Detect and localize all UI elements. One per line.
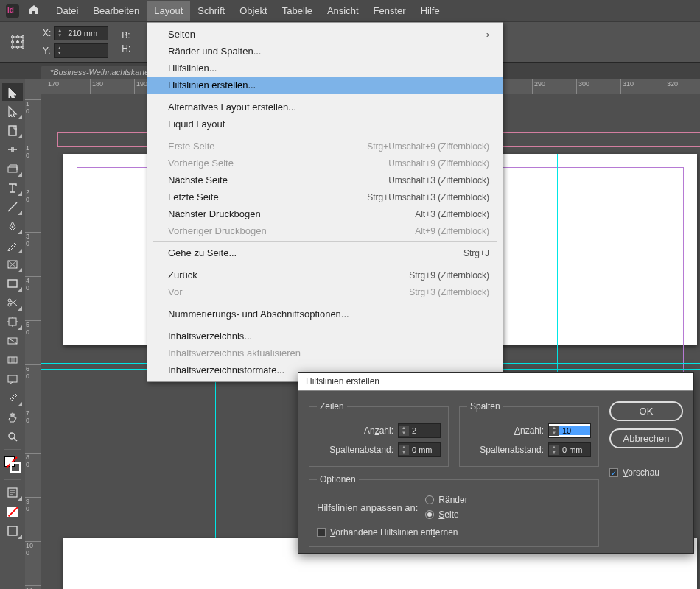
type-tool[interactable] [2,179,23,197]
svg-rect-17 [9,318,16,325]
spinner-icon[interactable]: ▲▼ [55,46,65,56]
spinner-icon[interactable]: ▲▼ [549,426,559,436]
gradient-feather-tool[interactable] [2,351,23,369]
page-tool[interactable] [2,121,23,139]
screen-mode[interactable] [2,522,23,540]
menu-datei[interactable]: Datei [49,1,85,21]
vertical-ruler[interactable]: 1 01 02 03 04 05 06 07 08 09 010 011 0 [25,94,41,589]
gap-tool[interactable] [2,141,23,158]
document-tab[interactable]: *Business-Weihnachtskarte [41,66,158,79]
rectangle-tool[interactable] [2,275,23,292]
menu-objekt[interactable]: Objekt [232,1,275,21]
menu-item[interactable]: Seiten› [147,26,503,43]
menu-item[interactable]: Hilfslinien erstellen... [147,77,503,94]
preview-checkbox[interactable]: ✓ Vorschau [609,468,683,478]
submenu-arrow-icon: › [486,29,489,40]
scissors-tool[interactable] [2,294,23,311]
cols-gutter-field[interactable]: ▲▼ [548,442,591,457]
menu-layout[interactable]: Layout [147,1,190,21]
apply-color[interactable] [2,503,23,521]
svg-point-15 [8,299,11,302]
menu-item[interactable]: Nummerierungs- und Abschnittsoptionen... [147,306,503,322]
menu-item-shortcut: Strg+Umschalt+3 (Ziffernblock) [367,192,489,202]
svg-point-21 [9,433,15,439]
y-input[interactable] [65,46,108,55]
y-field[interactable]: ▲▼ [54,43,108,58]
menu-bearbeiten[interactable]: Bearbeiten [85,1,147,21]
layout-menu-dropdown: Seiten›Ränder und Spalten...Hilfslinien.… [147,22,503,382]
ruler-tick: 170 [46,79,59,94]
menu-hilfe[interactable]: Hilfe [413,1,447,21]
options-fieldset: Optionen Hilfslinien anpassen an: Ränder… [309,474,599,547]
fit-page-radio[interactable]: Seite [425,509,467,520]
remove-existing-checkbox[interactable]: Vorhandene Hilfslinien entfernen [317,527,458,537]
menu-item-label: Hilfslinien erstellen... [168,80,256,91]
menu-item-shortcut: Alt+9 (Ziffernblock) [415,226,489,236]
pencil-tool[interactable] [2,236,23,254]
options-legend: Optionen [317,474,359,484]
content-collector-tool[interactable] [2,160,23,177]
menu-fenster[interactable]: Fenster [366,1,413,21]
rows-count-field[interactable]: ▲▼ [398,423,441,438]
menu-item-label: Nächster Druckbogen [168,208,261,219]
ruler-tick: 180 [90,79,103,94]
menu-item-label: Inhaltsverzeichnis... [168,331,252,342]
cols-gutter-label: Spaltenabstand: [480,445,544,455]
cols-count-input[interactable] [559,426,590,435]
menu-item-label: Inhaltsverzeichnisformate... [168,364,284,375]
cols-count-field[interactable]: ▲▼ [548,423,591,438]
ok-button[interactable]: OK [609,401,683,421]
cols-gutter-input[interactable] [559,445,590,454]
note-tool[interactable] [2,370,23,388]
line-tool[interactable] [2,198,23,216]
x-field[interactable]: ▲▼ [54,26,108,40]
ruler-tick: 2 0 [25,188,41,203]
hand-tool[interactable] [2,409,23,426]
zoom-tool[interactable] [2,428,23,445]
selection-tool[interactable] [2,83,23,101]
menu-item[interactable]: Nächste SeiteUmschalt+3 (Ziffernblock) [147,172,503,188]
pen-tool[interactable] [2,217,23,235]
menu-item[interactable]: Ränder und Spalten... [147,43,503,60]
menu-schrift[interactable]: Schrift [190,1,232,21]
home-icon[interactable] [28,4,40,18]
free-transform-tool[interactable] [2,313,23,331]
menu-item[interactable]: Inhaltsverzeichnis... [147,328,503,345]
menu-item-shortcut: Umschalt+3 (Ziffernblock) [388,175,489,186]
menu-item[interactable]: Letzte SeiteStrg+Umschalt+3 (Ziffernbloc… [147,188,503,205]
menu-item-label: Liquid Layout [168,119,225,130]
menu-tabelle[interactable]: Tabelle [275,1,320,21]
spinner-icon[interactable]: ▲▼ [549,445,559,455]
format-container[interactable] [2,484,23,501]
menu-item-label: Seiten [168,29,195,40]
menu-ansicht[interactable]: Ansicht [320,1,366,21]
gradient-swatch-tool[interactable] [2,332,23,350]
ruler-origin[interactable] [25,79,41,94]
eyedropper-tool[interactable] [2,389,23,407]
reference-point-icon[interactable] [10,35,25,49]
rows-gutter-field[interactable]: ▲▼ [398,442,441,457]
spinner-icon[interactable]: ▲▼ [399,426,409,436]
rectangle-frame-tool[interactable] [2,255,23,273]
menubar: DateiBearbeitenLayoutSchriftObjektTabell… [0,0,700,22]
fill-stroke-swatch[interactable] [2,454,23,476]
cancel-button[interactable]: Abbrechen [609,428,683,448]
menu-item[interactable]: Liquid Layout [147,116,503,133]
menu-item[interactable]: Alternatives Layout erstellen... [147,99,503,116]
menu-item: VorStrg+3 (Ziffernblock) [147,283,503,300]
fit-margins-radio[interactable]: Ränder [425,495,467,505]
menu-item[interactable]: Hilfslinien... [147,60,503,77]
spinner-icon[interactable]: ▲▼ [399,445,409,455]
rows-count-input[interactable] [409,426,440,435]
x-input[interactable] [65,29,108,38]
ruler-tick: 1 0 [25,144,41,159]
menu-item-label: Alternatives Layout erstellen... [168,102,296,113]
menu-item[interactable]: Gehe zu Seite...Strg+J [147,244,503,261]
menu-item[interactable]: ZurückStrg+9 (Ziffernblock) [147,267,503,283]
direct-selection-tool[interactable] [2,102,23,120]
rows-gutter-input[interactable] [409,445,440,454]
menu-item-label: Vor [168,286,183,297]
width-label: B: [122,30,132,40]
spinner-icon[interactable]: ▲▼ [55,28,65,38]
menu-item[interactable]: Nächster DruckbogenAlt+3 (Ziffernblock) [147,205,503,222]
